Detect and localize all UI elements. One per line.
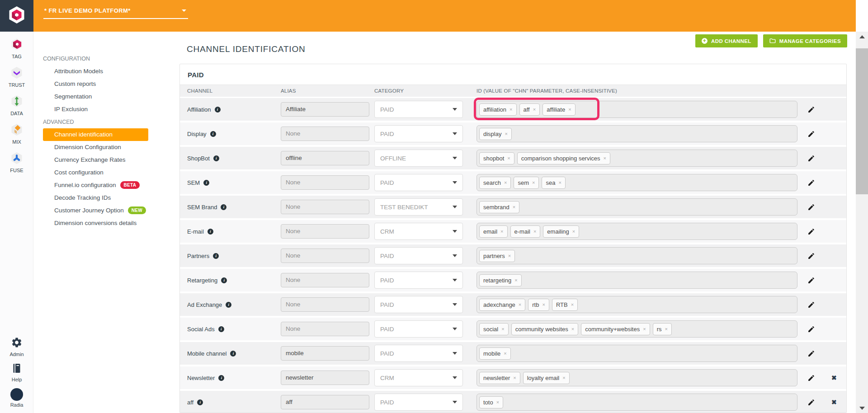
id-tags-field[interactable]: display× (476, 125, 797, 142)
alias-input[interactable]: None (281, 297, 369, 312)
nav-item-custom-reports[interactable]: Custom reports (33, 78, 179, 90)
alias-input[interactable]: Affiliate (281, 102, 369, 117)
alias-input[interactable]: newsletter (281, 371, 369, 385)
delete-channel-button[interactable]: ✖ (831, 399, 837, 405)
id-tag[interactable]: rtb× (528, 299, 549, 311)
edit-channel-button[interactable] (807, 277, 815, 284)
id-tags-field[interactable]: affiliation×aff×affiliate× (476, 101, 797, 118)
rail-item-trust[interactable]: TRUST (0, 66, 33, 88)
nav-item-customer-journey-option[interactable]: Customer Journey OptionNEW (33, 204, 179, 217)
info-icon[interactable]: i (230, 351, 236, 357)
id-tag[interactable]: emailing× (543, 225, 579, 238)
id-tags-field[interactable]: newsletter×loyalty email× (476, 369, 797, 386)
alias-input[interactable]: aff (281, 395, 369, 409)
id-tag[interactable]: aff× (519, 103, 540, 116)
id-tag[interactable]: toto× (479, 396, 503, 408)
app-logo[interactable] (0, 0, 33, 32)
alias-input[interactable]: None (281, 249, 369, 263)
category-select[interactable]: CRM (374, 369, 463, 386)
remove-tag-icon[interactable]: × (513, 204, 515, 210)
edit-channel-button[interactable] (807, 325, 815, 333)
remove-tag-icon[interactable]: × (504, 180, 507, 185)
platform-selector[interactable]: * FR LIVE DEMO PLATFORM* (43, 6, 188, 19)
id-tag[interactable]: shopbot× (479, 152, 514, 164)
id-tag[interactable]: comparison shopping services× (517, 152, 610, 164)
id-tag[interactable]: sea× (542, 177, 565, 189)
category-select[interactable]: PAID (374, 320, 463, 338)
alias-input[interactable]: None (281, 224, 369, 239)
edit-channel-button[interactable] (807, 106, 815, 113)
id-tag[interactable]: e-mail× (510, 225, 541, 238)
remove-tag-icon[interactable]: × (496, 399, 499, 405)
alias-input[interactable]: None (281, 175, 369, 190)
id-tag[interactable]: affiliate× (542, 103, 575, 116)
rail-item-admin[interactable]: Admin (0, 337, 33, 357)
alias-input[interactable]: offline (281, 151, 369, 165)
nav-item-channel-identification[interactable]: Channel identification (43, 128, 148, 141)
alias-input[interactable]: None (281, 273, 369, 287)
nav-item-ip-exclusion[interactable]: IP Exclusion (33, 103, 179, 116)
remove-tag-icon[interactable]: × (643, 326, 646, 332)
remove-tag-icon[interactable]: × (513, 375, 516, 380)
id-tag[interactable]: display× (479, 128, 512, 140)
nav-item-currency-exchange-rates[interactable]: Currency Exchange Rates (33, 154, 179, 166)
nav-item-decode-tracking-ids[interactable]: Decode Tracking IDs (33, 192, 179, 204)
rail-item-fuse[interactable]: FUSE (0, 152, 33, 173)
alias-input[interactable]: None (281, 200, 369, 214)
remove-tag-icon[interactable]: × (665, 326, 667, 332)
id-tag[interactable]: adexchange× (479, 299, 525, 311)
remove-tag-icon[interactable]: × (509, 107, 512, 112)
info-icon[interactable]: i (203, 180, 209, 186)
scroll-up-button[interactable] (856, 33, 868, 41)
alias-input[interactable]: None (281, 322, 369, 336)
info-icon[interactable]: i (215, 107, 221, 113)
category-select[interactable]: PAID (374, 394, 463, 411)
id-tag[interactable]: mobile× (479, 347, 511, 360)
rail-item-data[interactable]: DATA (0, 95, 33, 116)
info-icon[interactable]: i (221, 204, 226, 210)
id-tag[interactable]: newsletter× (479, 372, 520, 384)
id-tag[interactable]: community+websites× (581, 323, 650, 335)
info-icon[interactable]: i (213, 253, 219, 259)
nav-item-attribution-models[interactable]: Attribution Models (33, 65, 179, 78)
remove-tag-icon[interactable]: × (562, 375, 565, 380)
category-select[interactable]: PAID (374, 247, 463, 264)
id-tag[interactable]: sembrand× (479, 201, 519, 213)
scroll-down-button[interactable] (856, 404, 868, 412)
remove-tag-icon[interactable]: × (505, 131, 507, 136)
info-icon[interactable]: i (210, 131, 216, 137)
id-tags-field[interactable]: social×community websites×community+webs… (476, 320, 797, 338)
remove-tag-icon[interactable]: × (558, 180, 561, 185)
id-tags-field[interactable]: toto× (476, 394, 797, 411)
remove-tag-icon[interactable]: × (571, 302, 574, 307)
id-tag[interactable]: affiliation× (479, 103, 517, 116)
nav-item-funnel-io-configuration[interactable]: Funnel.io configurationBETA (33, 179, 179, 192)
edit-channel-button[interactable] (807, 374, 815, 382)
delete-channel-button[interactable]: ✖ (831, 375, 837, 381)
remove-tag-icon[interactable]: × (504, 351, 506, 356)
remove-tag-icon[interactable]: × (568, 107, 571, 112)
rail-item-radia[interactable]: Radia (0, 388, 33, 408)
id-tag[interactable]: retargeting× (479, 274, 522, 286)
remove-tag-icon[interactable]: × (501, 326, 504, 332)
remove-tag-icon[interactable]: × (519, 302, 521, 307)
id-tags-field[interactable]: email×e-mail×emailing× (476, 223, 797, 240)
edit-channel-button[interactable] (807, 155, 815, 162)
id-tag[interactable]: community websites× (511, 323, 578, 335)
info-icon[interactable]: i (218, 326, 224, 332)
scrollbar-thumb[interactable] (856, 48, 868, 194)
rail-item-help[interactable]: Help (0, 363, 33, 382)
remove-tag-icon[interactable]: × (507, 155, 510, 161)
category-select[interactable]: PAID (374, 272, 463, 289)
info-icon[interactable]: i (218, 375, 224, 381)
category-select[interactable]: PAID (374, 296, 463, 313)
id-tag[interactable]: RTB× (552, 299, 578, 311)
id-tags-field[interactable]: mobile× (476, 345, 797, 362)
edit-channel-button[interactable] (807, 399, 815, 406)
edit-channel-button[interactable] (807, 130, 815, 138)
id-tags-field[interactable]: retargeting× (476, 272, 797, 289)
add-channel-button[interactable]: + ADD CHANNEL (695, 34, 758, 47)
category-select[interactable]: TEST BENEDIKT (374, 198, 463, 216)
edit-channel-button[interactable] (807, 350, 815, 357)
manage-categories-button[interactable]: MANAGE CATEGORIES (763, 34, 847, 47)
